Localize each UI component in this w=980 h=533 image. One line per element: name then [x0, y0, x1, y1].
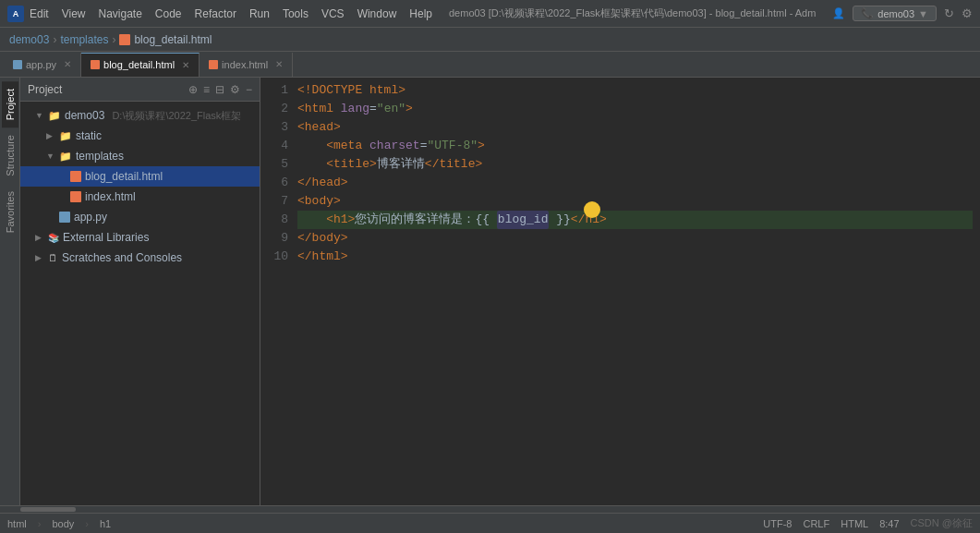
ext-lib-icon: 📚 — [48, 233, 59, 243]
line-num-10: 10 — [260, 248, 288, 266]
tab-close-blog-detail[interactable]: ✕ — [182, 60, 189, 70]
tree-arrow-ext: ▶ — [35, 233, 44, 242]
menu-edit[interactable]: Edit — [30, 7, 49, 20]
tab-label-app-py: app.py — [26, 59, 56, 70]
tree-item-scratches[interactable]: ▶ 🗒 Scratches and Consoles — [20, 248, 260, 268]
tree-arrow-blog: ▶ — [57, 172, 67, 181]
code-line-6: </head> — [297, 174, 973, 192]
remote-label: demo03 — [877, 8, 914, 19]
menu-run[interactable]: Run — [249, 7, 270, 20]
code-line-7: <body> — [297, 192, 973, 211]
settings-icon[interactable]: ⚙ — [962, 6, 973, 20]
menu-vcs[interactable]: VCS — [321, 7, 345, 20]
tab-close-app-py[interactable]: ✕ — [64, 59, 71, 69]
breadcrumb-bar: demo03 › templates › blog_detail.html — [0, 28, 980, 52]
project-header-icons: ⊕ ≡ ⊟ ⚙ − — [188, 83, 252, 96]
remote-button[interactable]: 📞 demo03 ▼ — [853, 6, 937, 21]
tree-label-index: index.html — [85, 190, 136, 203]
win-icon: A — [7, 6, 24, 22]
project-tree: ▼ 📁 demo03 D:\视频课程\2022_Flask框架 ▶ 📁 stat… — [20, 102, 260, 272]
status-sep2: › — [85, 518, 89, 529]
menu-window[interactable]: Window — [357, 7, 397, 20]
add-icon[interactable]: ⊕ — [188, 83, 198, 96]
tab-blog-detail[interactable]: blog_detail.html ✕ — [81, 53, 200, 77]
menu-code[interactable]: Code — [155, 7, 182, 20]
code-line-9: </body> — [297, 229, 973, 248]
file-icon-blog-detail — [70, 171, 81, 182]
status-body: body — [52, 518, 74, 529]
project-header-label: Project — [28, 83, 62, 96]
window-title: demo03 [D:\视频课程\2022_Flask框架课程\代码\demo03… — [432, 6, 832, 20]
code-line-8: <h1>您访问的博客详情是：{{ blog_id }}</h1> — [297, 211, 973, 229]
tab-icon-blog-detail — [91, 60, 100, 69]
title-bar-right: 👤 📞 demo03 ▼ ↻ ⚙ — [832, 6, 973, 21]
cursor-indicator — [584, 201, 600, 218]
line-num-2: 2 — [260, 100, 288, 118]
tree-label-app-py: app.py — [74, 211, 107, 224]
tree-item-index[interactable]: ▶ index.html — [20, 187, 260, 207]
line-num-4: 4 — [260, 137, 288, 155]
tree-item-demo03[interactable]: ▼ 📁 demo03 D:\视频课程\2022_Flask框架 — [20, 105, 260, 126]
panel-tab-favorites[interactable]: Favorites — [2, 184, 18, 240]
status-html: html — [7, 518, 27, 529]
breadcrumb-file: blog_detail.html — [134, 33, 212, 46]
status-bar-right: UTF-8 CRLF HTML 8:47 CSDN @徐征 — [763, 516, 973, 530]
tree-item-ext-libs[interactable]: ▶ 📚 External Libraries — [20, 227, 260, 248]
sync-icon[interactable]: ≡ — [203, 83, 210, 96]
tree-item-blog-detail[interactable]: ▶ blog_detail.html — [20, 166, 260, 187]
breadcrumb-project[interactable]: demo03 — [9, 33, 49, 46]
tab-app-py[interactable]: app.py ✕ — [4, 53, 81, 77]
tree-item-static[interactable]: ▶ 📁 static — [20, 126, 260, 146]
menu-help[interactable]: Help — [409, 7, 432, 20]
tree-label-ext-libs: External Libraries — [63, 231, 149, 244]
panel-tab-project[interactable]: Project — [2, 81, 18, 127]
tree-label-scratches: Scratches and Consoles — [62, 251, 182, 264]
status-bar: html › body › h1 UTF-8 CRLF HTML 8:47 CS… — [0, 513, 980, 533]
project-sidebar: Project ⊕ ≡ ⊟ ⚙ − ▼ 📁 demo03 D:\视频课程\202… — [20, 78, 260, 505]
tab-index-html[interactable]: index.html ✕ — [200, 53, 293, 77]
gear-icon[interactable]: ⚙ — [230, 83, 240, 96]
title-bar-left: A Edit View Navigate Code Refactor Run T… — [7, 6, 432, 22]
tree-item-app-py[interactable]: ▶ app.py — [20, 207, 260, 227]
code-editor[interactable]: 1 2 3 4 5 6 7 8 9 10 <!DOCTYPE html> <ht… — [260, 78, 980, 505]
status-language: HTML — [841, 518, 868, 529]
bottom-scrollbar[interactable] — [0, 505, 980, 513]
line-num-6: 6 — [260, 174, 288, 192]
tabs-bar: app.py ✕ blog_detail.html ✕ index.html ✕ — [0, 52, 980, 78]
breadcrumb-folder[interactable]: templates — [60, 33, 108, 46]
project-header: Project ⊕ ≡ ⊟ ⚙ − — [20, 78, 260, 102]
code-line-1: <!DOCTYPE html> — [297, 81, 973, 100]
menu-navigate[interactable]: Navigate — [98, 7, 141, 20]
status-sep1: › — [38, 518, 42, 529]
menu-refactor[interactable]: Refactor — [195, 7, 236, 20]
tab-icon-index — [209, 60, 218, 69]
code-lines[interactable]: <!DOCTYPE html> <html lang="en"> <head> … — [297, 81, 980, 502]
tree-arrow-static: ▶ — [46, 131, 55, 140]
menu-bar[interactable]: Edit View Navigate Code Refactor Run Too… — [30, 7, 432, 20]
line-numbers: 1 2 3 4 5 6 7 8 9 10 — [260, 81, 297, 502]
folder-icon-templates: 📁 — [59, 151, 72, 163]
user-icon: 👤 — [832, 7, 845, 19]
refresh-icon[interactable]: ↻ — [944, 6, 954, 20]
status-position: 8:47 — [879, 518, 899, 529]
menu-view[interactable]: View — [62, 7, 86, 20]
code-content: 1 2 3 4 5 6 7 8 9 10 <!DOCTYPE html> <ht… — [260, 78, 980, 505]
tree-arrow-app: ▶ — [46, 212, 55, 222]
tab-close-index[interactable]: ✕ — [275, 59, 283, 69]
panel-tab-structure[interactable]: Structure — [2, 127, 18, 184]
folder-icon-demo03: 📁 — [48, 110, 61, 122]
tree-arrow-demo03: ▼ — [35, 111, 44, 120]
tab-label-index: index.html — [222, 59, 268, 70]
tree-item-templates[interactable]: ▼ 📁 templates — [20, 146, 260, 166]
status-encoding: UTF-8 — [763, 518, 792, 529]
minus-icon[interactable]: − — [246, 83, 252, 96]
tree-arrow-templates: ▼ — [46, 151, 55, 161]
scroll-thumb-horizontal[interactable] — [20, 507, 76, 512]
filter-icon[interactable]: ⊟ — [215, 83, 224, 96]
code-line-4: <meta charset="UTF-8"> — [297, 137, 973, 155]
menu-tools[interactable]: Tools — [283, 7, 309, 20]
line-num-7: 7 — [260, 192, 288, 211]
tree-label-blog-detail: blog_detail.html — [85, 170, 163, 183]
tree-arrow-scratches: ▶ — [35, 253, 44, 262]
line-num-9: 9 — [260, 229, 288, 248]
